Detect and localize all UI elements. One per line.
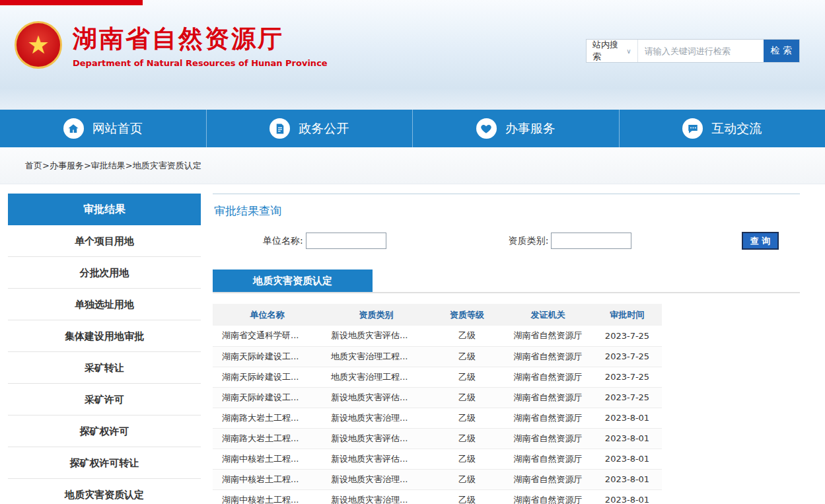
sidebar-item[interactable]: 采矿转让 xyxy=(8,352,201,384)
table-cell: 2023-7-25 xyxy=(592,367,662,387)
table-cell: 2023-7-25 xyxy=(592,326,662,346)
table-cell: 2023-8-01 xyxy=(592,449,662,469)
table-cell: 湖南省自然资源厅 xyxy=(503,326,592,346)
table-cell: 湖南省自然资源厅 xyxy=(503,428,592,449)
query-button[interactable]: 查 询 xyxy=(742,232,779,250)
column-header: 发证机关 xyxy=(503,304,592,326)
table-header-row: 单位名称资质类别资质等级发证机关审批时间 xyxy=(213,304,662,326)
table-cell: 乙级 xyxy=(431,387,503,408)
table-cell: 2023-7-25 xyxy=(592,346,662,367)
sidebar-item[interactable]: 采矿许可 xyxy=(8,384,201,415)
page: ★ 湖南省自然资源厅 Department of Natural Resourc… xyxy=(0,0,825,504)
table-cell[interactable]: 湖南天际岭建设工... xyxy=(213,367,322,387)
table-cell: 乙级 xyxy=(431,346,503,367)
table-cell: 湖南省自然资源厅 xyxy=(503,367,592,387)
table-cell: 地质灾害治理工程... xyxy=(322,367,431,387)
column-header: 资质等级 xyxy=(431,304,503,326)
table-row[interactable]: 湖南天际岭建设工...地质灾害治理工程...乙级湖南省自然资源厅2023-7-2… xyxy=(213,367,662,387)
table-row[interactable]: 湖南省交通科学研...新设地质灾害评估...乙级湖南省自然资源厅2023-7-2… xyxy=(213,326,662,346)
table-cell: 湖南省自然资源厅 xyxy=(503,489,592,504)
table-cell[interactable]: 湖南中核岩土工程... xyxy=(213,489,322,504)
table-row[interactable]: 湖南中核岩土工程...新设地质灾害评估...乙级湖南省自然资源厅2023-8-0… xyxy=(213,449,662,469)
table-cell: 新设地质灾害评估... xyxy=(322,428,431,449)
table-cell[interactable]: 湖南路大岩土工程... xyxy=(213,408,322,428)
table-cell[interactable]: 湖南路大岩土工程... xyxy=(213,428,322,449)
table-cell: 新设地质灾害治理... xyxy=(322,489,431,504)
table-row[interactable]: 湖南天际岭建设工...新设地质灾害评估...乙级湖南省自然资源厅2023-7-2… xyxy=(213,387,662,408)
table-cell: 湖南省自然资源厅 xyxy=(503,449,592,469)
search-scope-label: 站内搜索 xyxy=(592,39,626,63)
table-cell: 乙级 xyxy=(431,408,503,428)
sidebar-item[interactable]: 地质灾害资质认定 xyxy=(8,479,201,504)
table-cell: 乙级 xyxy=(431,469,503,489)
sidebar-item[interactable]: 集体建设用地审批 xyxy=(8,320,201,352)
breadcrumb-bar: 首页>办事服务>审批结果>地质灾害资质认定 xyxy=(0,147,825,184)
table-cell: 乙级 xyxy=(431,489,503,504)
brand: ★ 湖南省自然资源厅 Department of Natural Resourc… xyxy=(15,21,328,69)
table-cell[interactable]: 湖南中核岩土工程... xyxy=(213,469,322,489)
breadcrumb: 首页>办事服务>审批结果>地质灾害资质认定 xyxy=(25,161,201,170)
table-cell[interactable]: 湖南天际岭建设工... xyxy=(213,346,322,367)
search-scope-select[interactable]: 站内搜索 ∨ xyxy=(587,40,638,62)
page-title: 审批结果查询 xyxy=(214,203,800,219)
qualification-type-label: 资质类别: xyxy=(509,235,549,247)
chat-icon xyxy=(682,118,703,139)
table-cell: 新设地质灾害评估... xyxy=(322,326,431,346)
table-cell[interactable]: 湖南省交通科学研... xyxy=(213,326,322,346)
table-cell: 乙级 xyxy=(431,428,503,449)
heart-icon xyxy=(476,118,497,139)
site-title: 湖南省自然资源厅 xyxy=(73,22,328,55)
unit-name-input[interactable] xyxy=(306,233,386,249)
table-cell: 地质灾害治理工程... xyxy=(322,346,431,367)
site-header: ★ 湖南省自然资源厅 Department of Natural Resourc… xyxy=(0,0,825,110)
table-cell: 湖南省自然资源厅 xyxy=(503,469,592,489)
main-nav: 网站首页政务公开办事服务互动交流 xyxy=(0,110,825,147)
document-icon xyxy=(269,118,290,139)
nav-item-label: 互动交流 xyxy=(711,120,762,137)
nav-item[interactable]: 办事服务 xyxy=(412,110,619,147)
site-search: 站内搜索 ∨ 检 索 xyxy=(586,39,800,63)
section-tab-wrap: 地质灾害资质认定 xyxy=(213,270,800,293)
column-header: 审批时间 xyxy=(592,304,662,326)
section-tab[interactable]: 地质灾害资质认定 xyxy=(213,270,373,292)
table-row[interactable]: 湖南中核岩土工程...新设地质灾害治理...乙级湖南省自然资源厅2023-8-0… xyxy=(213,489,662,504)
home-icon xyxy=(63,118,84,139)
table-cell: 新设地质灾害治理... xyxy=(322,408,431,428)
table-cell[interactable]: 湖南天际岭建设工... xyxy=(213,387,322,408)
table-cell: 2023-8-01 xyxy=(592,489,662,504)
table-cell: 2023-8-01 xyxy=(592,408,662,428)
table-row[interactable]: 湖南路大岩土工程...新设地质灾害治理...乙级湖南省自然资源厅2023-8-0… xyxy=(213,408,662,428)
sidebar-item[interactable]: 单独选址用地 xyxy=(8,289,201,320)
column-header: 资质类别 xyxy=(322,304,431,326)
table-cell: 湖南省自然资源厅 xyxy=(503,408,592,428)
sidebar: 审批结果单个项目用地分批次用地单独选址用地集体建设用地审批采矿转让采矿许可探矿权… xyxy=(8,194,201,504)
table-cell: 乙级 xyxy=(431,449,503,469)
table-row[interactable]: 湖南中核岩土工程...新设地质灾害治理...乙级湖南省自然资源厅2023-8-0… xyxy=(213,469,662,489)
search-button[interactable]: 检 索 xyxy=(764,40,799,62)
main-panel: 审批结果查询 单位名称: 资质类别: 查 询 地质灾害资质认定 单位名称资质类别… xyxy=(213,194,800,504)
nav-item[interactable]: 互动交流 xyxy=(619,110,825,147)
nav-item-label: 政务公开 xyxy=(299,120,349,137)
unit-name-label: 单位名称: xyxy=(263,235,303,247)
nav-item[interactable]: 网站首页 xyxy=(0,110,206,147)
national-emblem-logo: ★ xyxy=(15,21,62,69)
table-cell: 湖南省自然资源厅 xyxy=(503,346,592,367)
sidebar-item[interactable]: 探矿权许可 xyxy=(8,415,201,447)
qualification-type-input[interactable] xyxy=(551,233,631,249)
table-row[interactable]: 湖南天际岭建设工...地质灾害治理工程...乙级湖南省自然资源厅2023-7-2… xyxy=(213,346,662,367)
table-cell: 2023-8-01 xyxy=(592,469,662,489)
nav-item[interactable]: 政务公开 xyxy=(206,110,413,147)
results-table: 单位名称资质类别资质等级发证机关审批时间 湖南省交通科学研...新设地质灾害评估… xyxy=(213,304,662,504)
sidebar-item[interactable]: 单个项目用地 xyxy=(8,225,201,257)
search-input[interactable] xyxy=(638,40,764,62)
table-cell: 2023-7-25 xyxy=(592,387,662,408)
table-cell: 新设地质灾害评估... xyxy=(322,387,431,408)
table-cell: 2023-8-01 xyxy=(592,428,662,449)
table-row[interactable]: 湖南路大岩土工程...新设地质灾害评估...乙级湖南省自然资源厅2023-8-0… xyxy=(213,428,662,449)
nav-item-label: 办事服务 xyxy=(505,120,556,137)
top-red-strip xyxy=(0,0,143,5)
sidebar-item[interactable]: 探矿权许可转让 xyxy=(8,447,201,479)
table-cell[interactable]: 湖南中核岩土工程... xyxy=(213,449,322,469)
sidebar-item[interactable]: 分批次用地 xyxy=(8,257,201,289)
sidebar-item[interactable]: 审批结果 xyxy=(8,194,201,225)
